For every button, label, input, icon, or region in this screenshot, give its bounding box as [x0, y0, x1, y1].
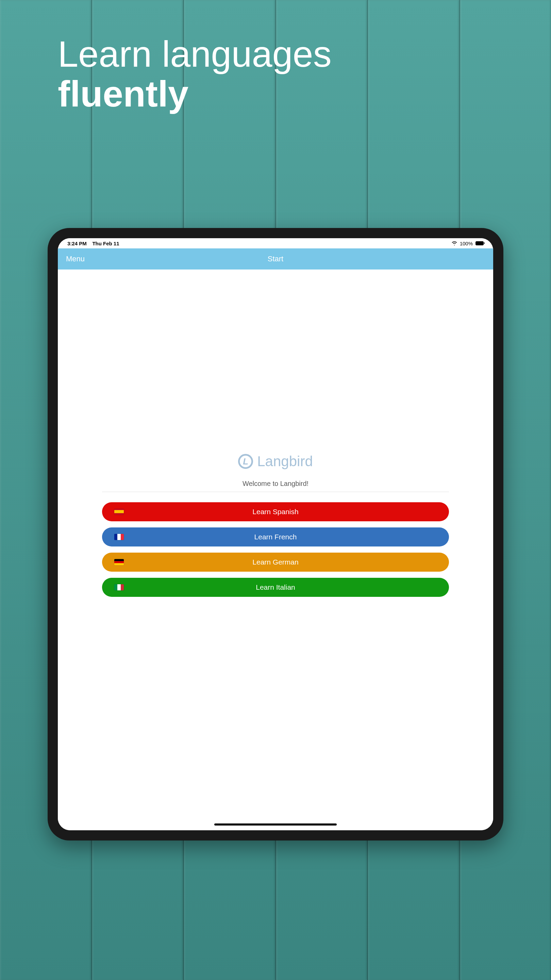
learn-italian-button[interactable]: Learn Italian [102, 578, 449, 597]
nav-bar: Menu Start [58, 248, 493, 269]
divider [102, 492, 449, 492]
button-label: Learn Spanish [102, 508, 449, 516]
button-label: Learn German [102, 558, 449, 566]
home-indicator[interactable] [214, 824, 337, 826]
status-right: 100% [452, 240, 484, 247]
status-time-date: 3:24 PM Thu Feb 11 [67, 240, 119, 247]
italy-flag-icon [114, 584, 124, 590]
hero-line-1: Learn languages [58, 34, 332, 75]
status-bar: 3:24 PM Thu Feb 11 100% [58, 238, 493, 248]
logo-text: Langbird [257, 453, 313, 469]
wifi-icon [452, 240, 457, 247]
logo-icon: L [238, 454, 253, 469]
germany-flag-icon [114, 559, 124, 565]
france-flag-icon [114, 534, 124, 540]
welcome-text: Welcome to Langbird! [243, 480, 308, 488]
hero-line-2: fluently [58, 75, 332, 113]
nav-title: Start [268, 255, 283, 263]
learn-french-button[interactable]: Learn French [102, 527, 449, 546]
tablet-screen: 3:24 PM Thu Feb 11 100% Menu Start L Lan… [58, 238, 493, 830]
battery-icon [475, 241, 484, 245]
button-label: Learn Italian [102, 583, 449, 592]
status-time: 3:24 PM [67, 240, 87, 247]
hero-heading: Learn languages fluently [58, 34, 332, 113]
tablet-frame: 3:24 PM Thu Feb 11 100% Menu Start L Lan… [48, 228, 503, 840]
status-date: Thu Feb 11 [92, 240, 119, 247]
app-logo: L Langbird [238, 453, 313, 469]
button-label: Learn French [102, 533, 449, 541]
menu-button[interactable]: Menu [66, 255, 85, 263]
content-area: L Langbird Welcome to Langbird! Learn Sp… [58, 269, 493, 830]
battery-percent: 100% [460, 240, 473, 247]
learn-german-button[interactable]: Learn German [102, 553, 449, 572]
spain-flag-icon [114, 509, 124, 515]
language-button-list: Learn Spanish Learn French Learn German … [102, 502, 449, 597]
learn-spanish-button[interactable]: Learn Spanish [102, 502, 449, 521]
